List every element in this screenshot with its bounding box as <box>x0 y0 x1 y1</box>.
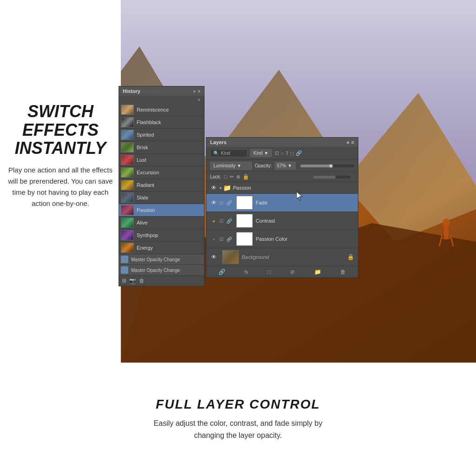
opacity-slider-fill <box>300 165 331 167</box>
history-item-spirited[interactable]: Spirited <box>119 129 204 141</box>
filter-smart-icon[interactable]: 🔗 <box>296 150 302 156</box>
history-delete-icon[interactable]: 🗑 <box>139 278 145 284</box>
layer-fade-edit-icon: ☑ <box>219 200 224 205</box>
cursor <box>297 192 304 201</box>
history-thumb-passion <box>121 205 134 215</box>
layer-passion-color-thumb <box>236 232 253 246</box>
lock-all-icon[interactable]: 🔒 <box>243 174 249 180</box>
history-thumb-radiant <box>121 180 134 190</box>
history-label-alive: Alive <box>137 220 148 225</box>
layer-filter-icons: ⊡ ○ T □ 🔗 <box>275 150 302 156</box>
layers-kind-dropdown[interactable]: Kind ▼ <box>250 149 272 157</box>
history-close-icon[interactable]: × <box>198 89 200 94</box>
svg-marker-10 <box>297 192 302 200</box>
opacity-label: Opacity: <box>255 163 272 168</box>
opacity-dropdown[interactable]: 57% ▼ <box>275 162 296 170</box>
history-item-flashblack[interactable]: Flashblack <box>119 116 204 129</box>
lock-label: Lock: <box>210 174 221 179</box>
history-label-lust: Lust <box>137 157 146 163</box>
history-label-spirited: Spirited <box>137 132 154 138</box>
history-action-1[interactable]: Master Opacity Change <box>119 254 204 265</box>
blend-mode-dropdown[interactable]: Luminosity ▼ <box>210 162 252 170</box>
layers-lock-bar: Lock: □ ✏ ⊕ 🔒 <box>206 172 358 182</box>
layer-contrast-edit-icon: ☑ <box>219 218 224 224</box>
history-label-radiant: Radiant <box>137 182 154 188</box>
history-label-flashblack: Flashblack <box>137 119 161 125</box>
lock-pixels-icon[interactable]: ✏ <box>230 174 234 180</box>
layer-fade[interactable]: 👁 ☑ 🔗 Fade <box>206 194 358 212</box>
layer-bg-thumb <box>222 250 239 264</box>
layers-group-icon[interactable]: 📁 <box>314 269 321 275</box>
filter-pixel-icon[interactable]: ⊡ <box>275 150 279 156</box>
history-label-passion: Passion <box>137 207 155 213</box>
history-label-slate: Slate <box>137 195 148 200</box>
layers-delete-icon[interactable]: 🗑 <box>340 269 346 275</box>
history-item-radiant[interactable]: Radiant <box>119 179 204 192</box>
layers-title: Layers <box>210 139 226 145</box>
main-title: SWITCH EFFECTS INSTANTLY <box>5 102 116 158</box>
svg-point-4 <box>443 218 450 228</box>
layers-collapse-icon[interactable]: « <box>346 139 349 145</box>
history-menu-icon[interactable]: ≡ <box>198 97 200 102</box>
opacity-slider-handle[interactable] <box>329 164 333 168</box>
history-controls[interactable]: « × <box>193 89 200 94</box>
layer-fade-chain: 🔗 <box>226 200 232 205</box>
bottom-description: Easily adjust the color, contrast, and f… <box>154 417 323 441</box>
layers-adjustment-icon[interactable]: ⊘ <box>290 269 295 275</box>
history-thumb-excursion <box>121 167 134 178</box>
layers-mask-icon[interactable]: □ <box>267 269 271 275</box>
lock-position-icon[interactable]: ⊕ <box>236 174 240 180</box>
history-label-reminiscence: Reminiscence <box>137 107 169 112</box>
group-eye-icon[interactable]: 👁 <box>210 184 218 192</box>
layer-passion-color[interactable]: ● ☑ 🔗 Passion Color <box>206 230 358 248</box>
history-new-snapshot-icon[interactable]: ⊞ <box>122 278 126 284</box>
lock-transparent-icon[interactable]: □ <box>224 174 227 180</box>
layer-background[interactable]: 👁 Background 🔒 <box>206 248 358 266</box>
history-item-synthpop[interactable]: Synthpop <box>119 229 204 242</box>
layer-bg-eye[interactable]: 👁 <box>210 253 218 261</box>
layers-fx-icon[interactable]: fx <box>245 270 248 275</box>
opacity-slider[interactable] <box>300 165 354 167</box>
history-thumb-lust <box>121 155 134 165</box>
history-menu-bar: ≡ <box>119 96 204 104</box>
history-item-slate[interactable]: Slate <box>119 192 204 204</box>
layer-group-passion[interactable]: 👁 ▾ 📁 Passion <box>206 182 358 194</box>
history-action-2[interactable]: Master Opacity Change <box>119 265 204 276</box>
history-title: History <box>123 88 140 94</box>
filter-shape-icon[interactable]: □ <box>291 151 294 156</box>
history-footer: ⊞ 📷 🗑 <box>119 276 204 286</box>
layers-controls[interactable]: « ≡ <box>346 139 354 145</box>
history-thumb-slate <box>121 192 134 203</box>
layers-menu-icon[interactable]: ≡ <box>351 139 354 145</box>
history-item-excursion[interactable]: Excursion <box>119 166 204 179</box>
layer-contrast-eye[interactable]: ● <box>210 217 218 225</box>
history-item-alive[interactable]: Alive <box>119 217 204 229</box>
layer-passion-eye[interactable]: ● <box>210 235 218 243</box>
layer-contrast[interactable]: ● ☑ 🔗 Contrast <box>206 212 358 230</box>
lock-icons-group: □ ✏ ⊕ 🔒 <box>224 174 249 180</box>
layers-search-box[interactable]: 🔍 Kind <box>210 149 247 157</box>
main-description: Play one action and all the effects will… <box>5 165 116 209</box>
layer-contrast-chain: 🔗 <box>226 218 232 224</box>
layers-search-bar: 🔍 Kind Kind ▼ ⊡ ○ T □ 🔗 <box>206 147 358 160</box>
layer-fade-eye[interactable]: 👁 <box>210 199 218 206</box>
history-thumb-brisk <box>121 142 134 152</box>
history-item-lust[interactable]: Lust <box>119 154 204 166</box>
history-item-brisk[interactable]: Brisk <box>119 141 204 154</box>
layers-panel: Layers « ≡ 🔍 Kind Kind ▼ ⊡ ○ T □ 🔗 Lumin… <box>206 137 358 278</box>
layer-fade-thumb <box>236 196 253 210</box>
history-label-excursion: Excursion <box>137 170 159 175</box>
action-icon-1 <box>121 256 128 263</box>
history-camera-icon[interactable]: 📷 <box>129 278 136 284</box>
layer-passion-edit-icon: ☑ <box>219 237 224 242</box>
layers-link-icon[interactable]: 🔗 <box>218 269 225 275</box>
history-item-energy[interactable]: Energy <box>119 242 204 254</box>
filter-adjust-icon[interactable]: ○ <box>281 151 284 156</box>
history-thumb-spirited <box>121 130 134 140</box>
history-item-reminiscence[interactable]: Reminiscence <box>119 104 204 116</box>
history-collapse-icon[interactable]: « <box>193 89 196 94</box>
history-thumb-reminiscence <box>121 105 134 115</box>
filter-type-icon[interactable]: T <box>285 151 289 156</box>
history-item-passion[interactable]: Passion <box>119 204 204 217</box>
history-thumb-alive <box>121 218 134 228</box>
